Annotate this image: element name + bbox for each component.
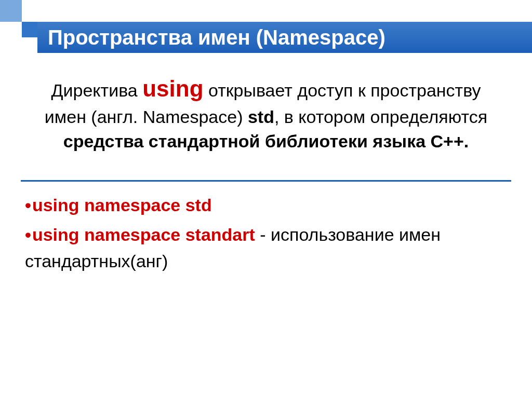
- title-bar: Пространства имен (Namespace): [37, 22, 532, 53]
- main-paragraph: Директива using открывает доступ к прост…: [21, 67, 511, 164]
- bullet-dot-icon: •: [25, 225, 31, 244]
- slide-title: Пространства имен (Namespace): [48, 26, 385, 49]
- code-text-1: using namespace std: [32, 195, 212, 215]
- text-bold-1: средства стандартной библиотеки языка С+…: [63, 131, 469, 151]
- keyword-using: using: [142, 76, 203, 101]
- main-content: Директива using открывает доступ к прост…: [21, 67, 511, 278]
- text-part-1: Директива: [51, 80, 143, 100]
- decor-square-light: [0, 0, 22, 22]
- bullet-dot-icon: •: [25, 195, 31, 215]
- keyword-std: std: [248, 107, 274, 127]
- divider-line: [21, 180, 511, 182]
- bullet-item-2: •using namespace standart - использовани…: [25, 222, 511, 275]
- text-part-3: , в котором определяются: [274, 107, 487, 127]
- code-text-2: using namespace standart: [32, 225, 255, 244]
- bullet-item-1: •using namespace std: [25, 192, 511, 218]
- bullet-list: •using namespace std •using namespace st…: [21, 192, 511, 275]
- decor-square-dark: [22, 22, 37, 37]
